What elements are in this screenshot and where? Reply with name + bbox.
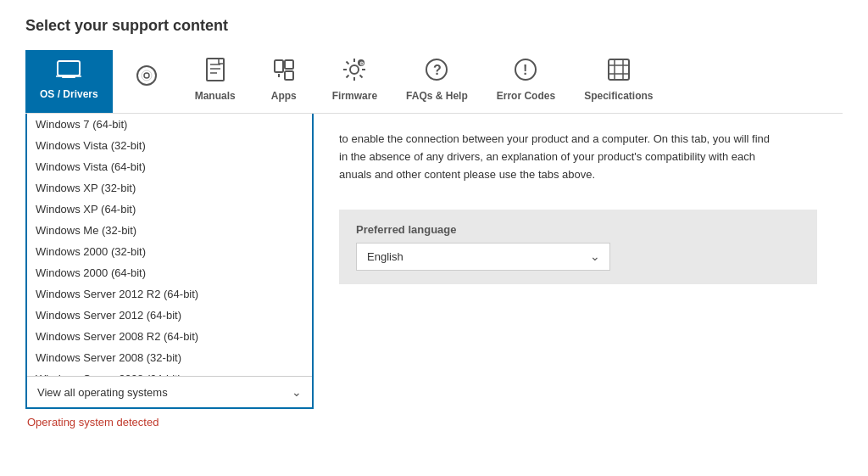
view-all-label: View all operating systems (37, 386, 168, 399)
tab-manuals-label: Manuals (195, 90, 236, 102)
tab-specifications[interactable]: Specifications (570, 50, 667, 113)
tab-os-drivers[interactable]: OS / Drivers (25, 50, 113, 113)
os-list-item[interactable]: Windows Me (32-bit) (27, 220, 312, 241)
os-list-item[interactable]: Windows Server 2008 (64-bit) (27, 368, 312, 377)
tab-os-drivers-label: OS / Drivers (40, 88, 98, 100)
page-title: Select your support content (25, 17, 843, 35)
desc-line2: in the absence of any drivers, an explan… (339, 150, 755, 163)
svg-text:?: ? (433, 63, 442, 77)
detected-text: Operating system detected (25, 416, 314, 428)
svg-rect-13 (285, 71, 293, 80)
os-list-item[interactable]: Windows Server 2008 (32-bit) (27, 347, 312, 368)
specifications-icon (607, 58, 631, 85)
svg-line-20 (360, 76, 363, 78)
tab-faqs-label: FAQs & Help (406, 90, 468, 102)
os-list-item[interactable]: Windows Vista (64-bit) (27, 156, 312, 177)
os-list-item[interactable]: Windows Server 2008 R2 (64-bit) (27, 326, 312, 347)
svg-rect-10 (275, 60, 283, 72)
main-content: Windows 7 (64-bit)Windows Vista (32-bit)… (25, 114, 843, 428)
error-codes-icon: ! (514, 58, 537, 85)
svg-point-3 (137, 66, 156, 85)
laptop-icon (55, 59, 82, 83)
os-list-item[interactable]: Windows 7 (64-bit) (27, 114, 312, 135)
svg-line-19 (347, 62, 349, 64)
tab-apps-label: Apps (271, 90, 297, 102)
svg-point-14 (350, 65, 359, 74)
tab-firmware-label: Firmware (332, 90, 377, 102)
view-all-button[interactable]: View all operating systems ⌄ (27, 377, 312, 407)
os-dropdown-panel: Windows 7 (64-bit)Windows Vista (32-bit)… (25, 114, 314, 409)
desc-line3: anuals and other content please use the … (339, 168, 595, 181)
tab-error-codes-label: Error Codes (497, 90, 555, 102)
tab-discs[interactable] (113, 50, 181, 113)
language-section: Preferred language EnglishFrenchGermanSp… (339, 210, 817, 284)
manual-icon (205, 58, 225, 85)
os-list-item[interactable]: Windows 2000 (64-bit) (27, 262, 312, 283)
language-select[interactable]: EnglishFrenchGermanSpanishItalianDutchPo… (356, 243, 610, 271)
firmware-icon: ⚙ (342, 58, 366, 85)
svg-text:!: ! (523, 63, 527, 77)
tab-error-codes[interactable]: ! Error Codes (482, 50, 570, 113)
svg-rect-12 (285, 60, 293, 69)
left-section: Windows 7 (64-bit)Windows Vista (32-bit)… (25, 114, 314, 428)
disc-icon (135, 64, 159, 91)
svg-rect-6 (207, 59, 224, 81)
os-list-item[interactable]: Windows XP (64-bit) (27, 199, 312, 220)
desc-line1: to enable the connection between your pr… (339, 132, 770, 145)
tabs-row: OS / Drivers (25, 50, 843, 114)
svg-rect-0 (58, 61, 80, 76)
tab-apps[interactable]: Apps (250, 50, 318, 113)
os-list-item[interactable]: Windows Server 2012 R2 (64-bit) (27, 283, 312, 305)
chevron-down-icon: ⌄ (292, 385, 302, 399)
svg-line-22 (347, 76, 349, 78)
os-list-item[interactable]: Windows 2000 (32-bit) (27, 241, 312, 262)
description-text: to enable the connection between your pr… (339, 131, 817, 183)
os-list-item[interactable]: Windows Server 2012 (64-bit) (27, 305, 312, 326)
svg-point-4 (144, 73, 149, 78)
faqs-icon: ? (425, 58, 448, 85)
page-container: Select your support content OS / Drivers (0, 0, 868, 476)
svg-rect-29 (609, 59, 629, 80)
language-label: Preferred language (356, 223, 800, 236)
tab-faqs[interactable]: ? FAQs & Help (392, 50, 482, 113)
right-panel: to enable the connection between your pr… (314, 114, 843, 428)
language-select-wrapper: EnglishFrenchGermanSpanishItalianDutchPo… (356, 243, 610, 271)
os-list-item[interactable]: Windows Vista (32-bit) (27, 135, 312, 156)
tab-firmware[interactable]: ⚙ Firmware (318, 50, 392, 113)
os-list-item[interactable]: Windows XP (32-bit) (27, 177, 312, 199)
tab-manuals[interactable]: Manuals (181, 50, 250, 113)
svg-point-5 (142, 70, 152, 81)
apps-icon (273, 58, 295, 85)
tab-specifications-label: Specifications (584, 90, 653, 102)
os-list[interactable]: Windows 7 (64-bit)Windows Vista (32-bit)… (27, 114, 312, 377)
